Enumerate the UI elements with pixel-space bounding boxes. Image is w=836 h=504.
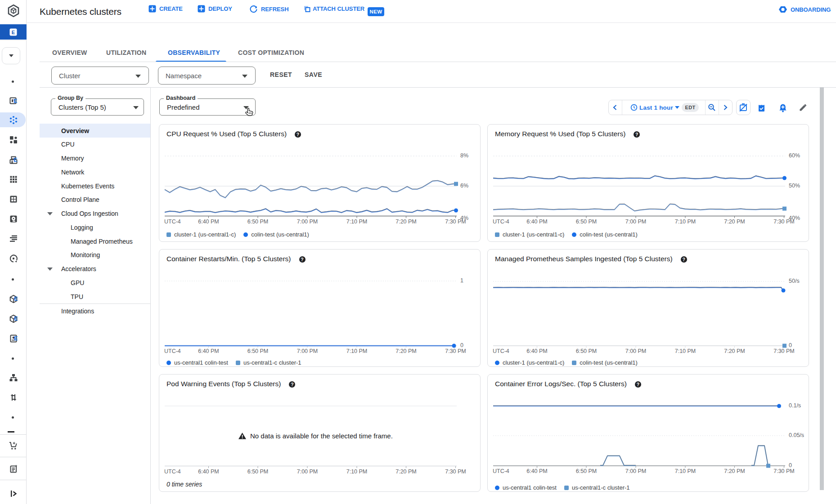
svg-text:E: E	[12, 29, 15, 35]
